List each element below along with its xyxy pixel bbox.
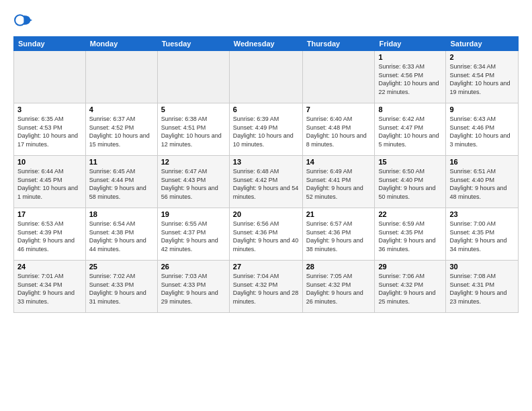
day-number: 23 [449, 210, 515, 218]
day-info: Sunrise: 7:02 AM Sunset: 4:33 PM Dayligh… [89, 272, 154, 306]
day-info: Sunrise: 6:33 AM Sunset: 4:56 PM Dayligh… [378, 62, 442, 96]
day-info: Sunrise: 7:03 AM Sunset: 4:33 PM Dayligh… [161, 272, 226, 306]
day-info: Sunrise: 6:39 AM Sunset: 4:49 PM Dayligh… [233, 115, 299, 148]
calendar-cell: 26Sunrise: 7:03 AM Sunset: 4:33 PM Dayli… [157, 261, 229, 313]
calendar-cell: 16Sunrise: 6:51 AM Sunset: 4:40 PM Dayli… [446, 156, 519, 208]
day-number: 2 [449, 53, 515, 61]
page-header [13, 11, 519, 30]
calendar-cell: 6Sunrise: 6:39 AM Sunset: 4:49 PM Daylig… [229, 103, 302, 156]
day-info: Sunrise: 7:05 AM Sunset: 4:32 PM Dayligh… [306, 272, 371, 306]
weekday-header-sunday: Sunday [14, 37, 86, 51]
calendar-cell [14, 51, 86, 103]
calendar-cell: 10Sunrise: 6:44 AM Sunset: 4:45 PM Dayli… [14, 156, 86, 208]
day-number: 27 [233, 263, 299, 271]
day-info: Sunrise: 6:57 AM Sunset: 4:36 PM Dayligh… [306, 220, 371, 253]
calendar-table: SundayMondayTuesdayWednesdayThursdayFrid… [13, 36, 519, 313]
day-number: 11 [89, 158, 154, 166]
day-info: Sunrise: 6:50 AM Sunset: 4:40 PM Dayligh… [378, 167, 442, 201]
calendar-cell: 12Sunrise: 6:47 AM Sunset: 4:43 PM Dayli… [157, 156, 229, 208]
calendar-cell [302, 51, 375, 103]
day-number: 1 [378, 53, 442, 61]
day-info: Sunrise: 6:37 AM Sunset: 4:52 PM Dayligh… [89, 115, 154, 148]
day-number: 26 [161, 263, 226, 271]
day-info: Sunrise: 7:01 AM Sunset: 4:34 PM Dayligh… [17, 272, 82, 306]
weekday-header-tuesday: Tuesday [157, 37, 229, 51]
calendar-cell [85, 51, 157, 103]
day-info: Sunrise: 6:43 AM Sunset: 4:46 PM Dayligh… [449, 115, 515, 148]
day-number: 4 [89, 105, 154, 113]
day-info: Sunrise: 6:54 AM Sunset: 4:38 PM Dayligh… [89, 220, 154, 253]
day-number: 6 [233, 105, 299, 113]
day-info: Sunrise: 7:00 AM Sunset: 4:35 PM Dayligh… [449, 220, 515, 253]
calendar-cell: 23Sunrise: 7:00 AM Sunset: 4:35 PM Dayli… [446, 208, 519, 261]
calendar-cell: 17Sunrise: 6:53 AM Sunset: 4:39 PM Dayli… [14, 208, 86, 261]
day-number: 10 [17, 158, 82, 166]
day-number: 28 [306, 263, 371, 271]
calendar-cell: 19Sunrise: 6:55 AM Sunset: 4:37 PM Dayli… [157, 208, 229, 261]
day-number: 19 [161, 210, 226, 218]
calendar-cell: 7Sunrise: 6:40 AM Sunset: 4:48 PM Daylig… [302, 103, 375, 156]
weekday-header-thursday: Thursday [302, 37, 375, 51]
day-info: Sunrise: 6:56 AM Sunset: 4:36 PM Dayligh… [233, 220, 299, 253]
weekday-header-saturday: Saturday [446, 37, 519, 51]
day-number: 21 [306, 210, 371, 218]
calendar-cell [157, 51, 229, 103]
day-number: 22 [378, 210, 442, 218]
day-info: Sunrise: 6:49 AM Sunset: 4:41 PM Dayligh… [306, 167, 371, 201]
day-info: Sunrise: 6:38 AM Sunset: 4:51 PM Dayligh… [161, 115, 226, 148]
calendar-cell: 2Sunrise: 6:34 AM Sunset: 4:54 PM Daylig… [446, 51, 519, 103]
day-info: Sunrise: 7:08 AM Sunset: 4:31 PM Dayligh… [449, 272, 515, 306]
calendar-cell: 13Sunrise: 6:48 AM Sunset: 4:42 PM Dayli… [229, 156, 302, 208]
calendar-cell: 15Sunrise: 6:50 AM Sunset: 4:40 PM Dayli… [375, 156, 446, 208]
day-info: Sunrise: 6:40 AM Sunset: 4:48 PM Dayligh… [306, 115, 371, 148]
weekday-header-wednesday: Wednesday [229, 37, 302, 51]
day-info: Sunrise: 7:06 AM Sunset: 4:32 PM Dayligh… [378, 272, 442, 306]
calendar-cell: 27Sunrise: 7:04 AM Sunset: 4:32 PM Dayli… [229, 261, 302, 313]
calendar-cell: 28Sunrise: 7:05 AM Sunset: 4:32 PM Dayli… [302, 261, 375, 313]
day-info: Sunrise: 6:35 AM Sunset: 4:53 PM Dayligh… [17, 115, 82, 148]
calendar-cell: 8Sunrise: 6:42 AM Sunset: 4:47 PM Daylig… [375, 103, 446, 156]
calendar-cell: 9Sunrise: 6:43 AM Sunset: 4:46 PM Daylig… [446, 103, 519, 156]
day-number: 29 [378, 263, 442, 271]
calendar-cell: 5Sunrise: 6:38 AM Sunset: 4:51 PM Daylig… [157, 103, 229, 156]
day-number: 30 [449, 263, 515, 271]
day-number: 8 [378, 105, 442, 113]
logo [13, 11, 35, 30]
weekday-header-monday: Monday [85, 37, 157, 51]
calendar-cell: 14Sunrise: 6:49 AM Sunset: 4:41 PM Dayli… [302, 156, 375, 208]
day-info: Sunrise: 6:55 AM Sunset: 4:37 PM Dayligh… [161, 220, 226, 253]
day-info: Sunrise: 6:53 AM Sunset: 4:39 PM Dayligh… [17, 220, 82, 253]
day-info: Sunrise: 6:51 AM Sunset: 4:40 PM Dayligh… [449, 167, 515, 201]
logo-icon [13, 11, 32, 30]
calendar-cell: 20Sunrise: 6:56 AM Sunset: 4:36 PM Dayli… [229, 208, 302, 261]
day-number: 24 [17, 263, 82, 271]
day-info: Sunrise: 6:47 AM Sunset: 4:43 PM Dayligh… [161, 167, 226, 201]
day-number: 9 [449, 105, 515, 113]
svg-point-0 [15, 15, 25, 25]
calendar-cell: 30Sunrise: 7:08 AM Sunset: 4:31 PM Dayli… [446, 261, 519, 313]
day-info: Sunrise: 6:42 AM Sunset: 4:47 PM Dayligh… [378, 115, 442, 148]
calendar-cell: 18Sunrise: 6:54 AM Sunset: 4:38 PM Dayli… [85, 208, 157, 261]
day-info: Sunrise: 6:44 AM Sunset: 4:45 PM Dayligh… [17, 167, 82, 201]
calendar-cell: 1Sunrise: 6:33 AM Sunset: 4:56 PM Daylig… [375, 51, 446, 103]
day-number: 5 [161, 105, 226, 113]
calendar-cell: 21Sunrise: 6:57 AM Sunset: 4:36 PM Dayli… [302, 208, 375, 261]
day-info: Sunrise: 6:34 AM Sunset: 4:54 PM Dayligh… [449, 62, 515, 96]
day-info: Sunrise: 7:04 AM Sunset: 4:32 PM Dayligh… [233, 272, 299, 306]
calendar-cell: 22Sunrise: 6:59 AM Sunset: 4:35 PM Dayli… [375, 208, 446, 261]
day-number: 3 [17, 105, 82, 113]
day-number: 18 [89, 210, 154, 218]
day-number: 25 [89, 263, 154, 271]
day-number: 12 [161, 158, 226, 166]
day-number: 14 [306, 158, 371, 166]
calendar-cell: 3Sunrise: 6:35 AM Sunset: 4:53 PM Daylig… [14, 103, 86, 156]
day-info: Sunrise: 6:59 AM Sunset: 4:35 PM Dayligh… [378, 220, 442, 253]
calendar-cell: 24Sunrise: 7:01 AM Sunset: 4:34 PM Dayli… [14, 261, 86, 313]
day-number: 17 [17, 210, 82, 218]
day-info: Sunrise: 6:45 AM Sunset: 4:44 PM Dayligh… [89, 167, 154, 201]
day-info: Sunrise: 6:48 AM Sunset: 4:42 PM Dayligh… [233, 167, 299, 201]
calendar-cell [229, 51, 302, 103]
weekday-header-friday: Friday [375, 37, 446, 51]
day-number: 7 [306, 105, 371, 113]
day-number: 16 [449, 158, 515, 166]
